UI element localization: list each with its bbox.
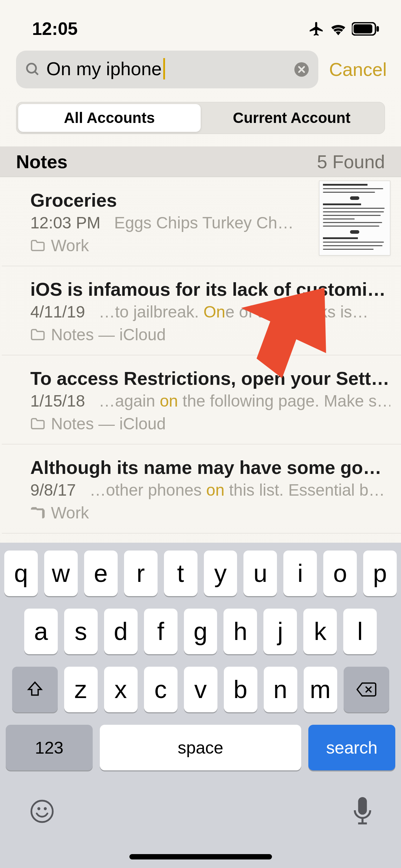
search-icon: [25, 62, 41, 77]
note-subtitle: 12:03 PM Eggs Chips Turkey Ch…: [30, 213, 312, 232]
airplane-mode-icon: [308, 21, 325, 37]
note-title: To access Restrictions, open your Setti…: [30, 368, 390, 389]
key-y[interactable]: y: [204, 551, 237, 596]
note-folder: Notes — iCloud: [30, 414, 390, 433]
battery-icon: [352, 22, 380, 36]
note-subtitle: 9/8/17 …other phones on this list. Essen…: [30, 480, 390, 500]
key-g[interactable]: g: [184, 609, 217, 654]
key-i[interactable]: i: [283, 551, 317, 596]
svg-line-4: [35, 72, 38, 75]
key-numbers[interactable]: 123: [6, 725, 93, 770]
text-cursor: [163, 58, 165, 79]
clear-icon[interactable]: [294, 62, 309, 77]
key-f[interactable]: f: [144, 609, 178, 654]
key-k[interactable]: k: [303, 609, 337, 654]
scope-segmented-wrap: All Accounts Current Account: [0, 95, 401, 146]
search-field[interactable]: On my iphone: [16, 51, 318, 88]
key-shift[interactable]: [12, 667, 58, 712]
section-count: 5 Found: [317, 151, 385, 172]
key-n[interactable]: n: [264, 667, 297, 712]
key-p[interactable]: p: [363, 551, 397, 596]
search-row: On my iphone Cancel: [0, 47, 401, 95]
key-r[interactable]: r: [124, 551, 158, 596]
keyboard[interactable]: q w e r t y u i o p a s d f g h j k l z …: [0, 543, 401, 868]
svg-rect-2: [376, 26, 379, 32]
svg-rect-1: [354, 24, 372, 33]
key-m[interactable]: m: [304, 667, 337, 712]
svg-point-7: [38, 808, 40, 810]
keyboard-row-2: a s d f g h j k l: [4, 609, 397, 654]
note-thumbnail: [319, 181, 390, 255]
key-q[interactable]: q: [4, 551, 38, 596]
svg-point-8: [45, 808, 46, 810]
note-title: Groceries: [30, 190, 312, 211]
key-z[interactable]: z: [64, 667, 98, 712]
folder-icon: [30, 328, 45, 341]
segment-current-account[interactable]: Current Account: [201, 104, 383, 132]
wifi-icon: [330, 22, 347, 36]
key-u[interactable]: u: [243, 551, 277, 596]
key-d[interactable]: d: [104, 609, 138, 654]
key-e[interactable]: e: [84, 551, 118, 596]
keyboard-footer: [4, 783, 397, 826]
key-b[interactable]: b: [224, 667, 257, 712]
key-backspace[interactable]: [344, 667, 389, 712]
svg-point-3: [27, 64, 36, 73]
svg-rect-9: [358, 797, 367, 815]
section-title: Notes: [16, 151, 67, 172]
search-input[interactable]: On my iphone: [46, 58, 288, 81]
key-h[interactable]: h: [223, 609, 257, 654]
notes-list: Groceries 12:03 PM Eggs Chips Turkey Ch……: [0, 177, 401, 533]
note-folder: Notes — iCloud: [30, 325, 390, 344]
key-space[interactable]: space: [100, 725, 301, 770]
emoji-icon[interactable]: [29, 799, 55, 824]
status-icons: [308, 21, 380, 37]
backspace-icon: [356, 681, 377, 698]
note-row[interactable]: Although its name may have some goof… 9/…: [2, 444, 401, 533]
note-subtitle: 1/15/18 …again on the following page. Ma…: [30, 391, 390, 410]
note-row[interactable]: iOS is infamous for its lack of customiz…: [2, 266, 401, 355]
key-s[interactable]: s: [64, 609, 98, 654]
scope-segmented[interactable]: All Accounts Current Account: [16, 102, 385, 134]
key-x[interactable]: x: [104, 667, 138, 712]
cancel-button[interactable]: Cancel: [329, 59, 387, 80]
key-c[interactable]: c: [144, 667, 178, 712]
key-l[interactable]: l: [343, 609, 377, 654]
status-bar: 12:05: [0, 0, 401, 47]
keyboard-row-1: q w e r t y u i o p: [4, 551, 397, 596]
note-subtitle: 4/11/19 …to jailbreak. One of the tweaks…: [30, 302, 390, 321]
section-header-notes: Notes 5 Found: [0, 146, 401, 177]
note-row[interactable]: Groceries 12:03 PM Eggs Chips Turkey Ch……: [2, 177, 401, 266]
shift-icon: [25, 680, 45, 699]
segment-all-accounts[interactable]: All Accounts: [18, 104, 201, 132]
home-indicator[interactable]: [129, 854, 272, 859]
note-title: Although its name may have some goof…: [30, 457, 390, 478]
folder-icon: [30, 417, 45, 430]
key-j[interactable]: j: [263, 609, 297, 654]
note-row[interactable]: To access Restrictions, open your Setti……: [2, 355, 401, 444]
key-w[interactable]: w: [44, 551, 78, 596]
keyboard-row-3: z x c v b n m: [4, 667, 397, 712]
keyboard-row-4: 123 space search: [4, 725, 397, 770]
folder-icon: [30, 239, 45, 252]
key-search[interactable]: search: [308, 725, 395, 770]
microphone-icon[interactable]: [353, 797, 372, 826]
status-time: 12:05: [32, 19, 78, 39]
note-folder: Work: [30, 236, 312, 255]
note-title: iOS is infamous for its lack of customiz…: [30, 279, 390, 300]
key-o[interactable]: o: [323, 551, 357, 596]
note-folder: Work: [30, 503, 390, 522]
key-v[interactable]: v: [184, 667, 217, 712]
folder-icon: [30, 506, 45, 519]
svg-point-6: [31, 801, 53, 822]
key-t[interactable]: t: [164, 551, 197, 596]
key-a[interactable]: a: [24, 609, 58, 654]
